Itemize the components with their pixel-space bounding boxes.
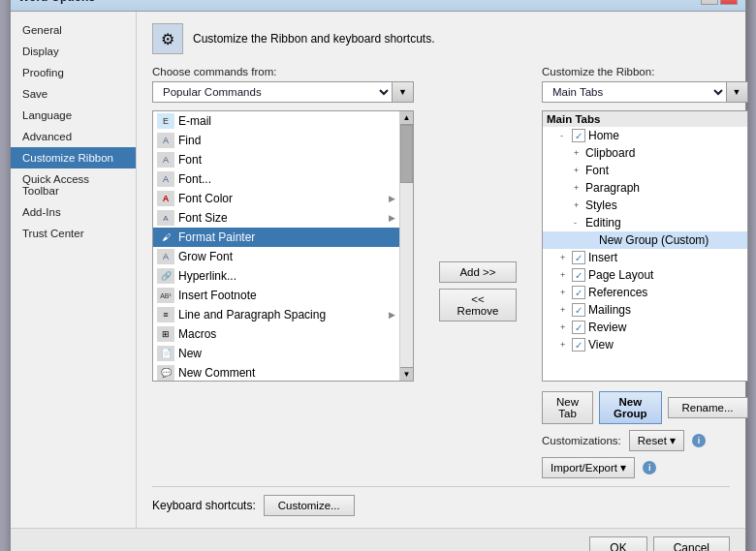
list-item[interactable]: A Font xyxy=(153,150,399,169)
font-dialog-icon: A xyxy=(157,171,174,187)
remove-button[interactable]: << Remove xyxy=(439,289,517,321)
keyboard-customize-button[interactable]: Customize... xyxy=(264,495,355,516)
grow-font-icon: A xyxy=(157,249,174,264)
new-comment-icon: 💬 xyxy=(157,365,174,381)
import-export-button[interactable]: Import/Export ▾ xyxy=(542,457,635,478)
list-item[interactable]: E E-mail xyxy=(153,111,399,131)
home-checkbox[interactable]: ✓ xyxy=(572,129,585,142)
list-item[interactable]: 🔗 Hyperlink... xyxy=(153,266,399,286)
tree-item-font[interactable]: + Font xyxy=(543,162,747,179)
tree-item-paragraph[interactable]: + Paragraph xyxy=(543,179,747,197)
clipboard-label: Clipboard xyxy=(585,146,747,160)
left-column: Choose commands from: Popular Commands ▼… xyxy=(152,66,414,478)
insert-footnote-label: Insert Footnote xyxy=(178,289,395,302)
new-tab-button[interactable]: New Tab xyxy=(542,391,593,424)
tree-item-new-group[interactable]: New Group (Custom) xyxy=(543,231,747,249)
sidebar-item-customize-ribbon[interactable]: Customize Ribbon xyxy=(11,147,136,168)
insert-checkbox[interactable]: ✓ xyxy=(572,251,585,264)
two-col-layout: Choose commands from: Popular Commands ▼… xyxy=(152,66,730,478)
email-item-label: E-mail xyxy=(178,114,395,128)
close-button[interactable]: ✕ xyxy=(720,0,738,5)
tree-item-clipboard[interactable]: + Clipboard xyxy=(543,144,747,162)
clipboard-expand-icon: + xyxy=(574,148,585,158)
import-export-row: Import/Export ▾ i xyxy=(542,457,748,478)
references-checkbox[interactable]: ✓ xyxy=(572,286,585,299)
customize-ribbon-label: Customize the Ribbon: xyxy=(542,66,748,77)
tree-item-review[interactable]: + ✓ Review xyxy=(543,319,747,336)
page-layout-checkbox[interactable]: ✓ xyxy=(572,268,585,282)
tree-item-references[interactable]: + ✓ References xyxy=(543,284,747,301)
list-item[interactable]: A Find xyxy=(153,131,399,150)
tree-item-page-layout[interactable]: + ✓ Page Layout xyxy=(543,266,747,284)
review-checkbox[interactable]: ✓ xyxy=(572,321,585,334)
list-item[interactable]: AB¹ Insert Footnote xyxy=(153,286,399,305)
font-expand-icon: + xyxy=(574,166,585,175)
sidebar-item-proofing[interactable]: Proofing xyxy=(11,62,136,83)
insert-label: Insert xyxy=(588,251,747,264)
references-expand-icon: + xyxy=(560,288,572,297)
customize-ribbon-dropdown-arrow[interactable]: ▼ xyxy=(727,81,748,103)
choose-commands-dropdown-arrow[interactable]: ▼ xyxy=(393,81,414,103)
list-item[interactable]: 📄 New xyxy=(153,344,399,363)
font-color-arrow: ▶ xyxy=(389,194,395,203)
help-button[interactable]: ? xyxy=(701,0,718,5)
add-button[interactable]: Add >> xyxy=(439,261,517,283)
tree-item-view[interactable]: + ✓ View xyxy=(543,336,747,353)
tree-item-insert[interactable]: + ✓ Insert xyxy=(543,249,747,266)
dialog-title: Word Options xyxy=(18,0,95,4)
new-label: New xyxy=(178,347,395,360)
font-dialog-item-label: Font... xyxy=(178,172,395,186)
ok-button[interactable]: OK xyxy=(589,536,646,551)
rename-button[interactable]: Rename... xyxy=(668,397,748,418)
sidebar-item-quick-access[interactable]: Quick Access Toolbar xyxy=(11,168,136,201)
line-spacing-label: Line and Paragraph Spacing xyxy=(178,308,385,321)
sidebar-item-save[interactable]: Save xyxy=(11,83,136,105)
main-header: ⚙ Customize the Ribbon and keyboard shor… xyxy=(152,23,730,54)
home-label: Home xyxy=(588,129,747,142)
sidebar-item-advanced[interactable]: Advanced xyxy=(11,126,136,147)
ribbon-action-buttons: New Tab New Group Rename... xyxy=(542,391,748,424)
choose-commands-label: Choose commands from: xyxy=(152,66,414,77)
grow-font-label: Grow Font xyxy=(178,250,395,263)
dialog-body: General Display Proofing Save Language A… xyxy=(11,12,745,528)
sidebar: General Display Proofing Save Language A… xyxy=(11,12,137,528)
review-expand-icon: + xyxy=(560,322,572,332)
reset-info-icon: i xyxy=(692,434,706,447)
tree-item-home[interactable]: - ✓ Home xyxy=(543,127,747,144)
new-group-label: New Group (Custom) xyxy=(599,233,747,247)
tree-item-styles[interactable]: + Styles xyxy=(543,197,747,214)
sidebar-item-language[interactable]: Language xyxy=(11,105,136,126)
keyboard-shortcuts-label: Keyboard shortcuts: xyxy=(152,499,256,512)
list-item[interactable]: A Grow Font xyxy=(153,247,399,266)
list-item[interactable]: ≡ Line and Paragraph Spacing ▶ xyxy=(153,305,399,324)
list-item[interactable]: A Font Color ▶ xyxy=(153,189,399,208)
insert-expand-icon: + xyxy=(560,253,572,262)
dialog-footer: OK Cancel xyxy=(11,528,745,551)
customize-ribbon-dropdown[interactable]: Main Tabs xyxy=(542,81,727,103)
sidebar-item-general[interactable]: General xyxy=(11,19,136,41)
insert-footnote-icon: AB¹ xyxy=(157,288,174,303)
sidebar-item-trust-center[interactable]: Trust Center xyxy=(11,223,136,244)
cancel-button[interactable]: Cancel xyxy=(653,536,730,551)
list-scrollbar[interactable]: ▲ ▼ xyxy=(399,111,413,381)
list-item[interactable]: A Font... xyxy=(153,169,399,189)
commands-list: E E-mail A Find A Font A xyxy=(152,110,414,382)
new-group-button[interactable]: New Group xyxy=(599,391,662,424)
sidebar-item-display[interactable]: Display xyxy=(11,41,136,62)
list-item-format-painter[interactable]: 🖌 Format Painter xyxy=(153,228,399,247)
view-checkbox[interactable]: ✓ xyxy=(572,338,585,352)
review-label: Review xyxy=(588,321,747,334)
paragraph-label: Paragraph xyxy=(585,181,747,195)
tree-item-editing[interactable]: - Editing xyxy=(543,214,747,231)
middle-buttons: Add >> << Remove xyxy=(429,66,526,478)
list-item[interactable]: 💬 New Comment xyxy=(153,363,399,382)
sidebar-item-addins[interactable]: Add-Ins xyxy=(11,201,136,223)
font-tree-label: Font xyxy=(585,164,747,177)
list-item[interactable]: A Font Size ▶ xyxy=(153,208,399,228)
choose-commands-dropdown[interactable]: Popular Commands xyxy=(152,81,393,103)
tree-item-mailings[interactable]: + ✓ Mailings xyxy=(543,301,747,319)
mailings-checkbox[interactable]: ✓ xyxy=(572,303,585,317)
find-item-label: Find xyxy=(178,134,395,147)
list-item[interactable]: ⊞ Macros xyxy=(153,324,399,344)
reset-button[interactable]: Reset ▾ xyxy=(629,430,684,451)
